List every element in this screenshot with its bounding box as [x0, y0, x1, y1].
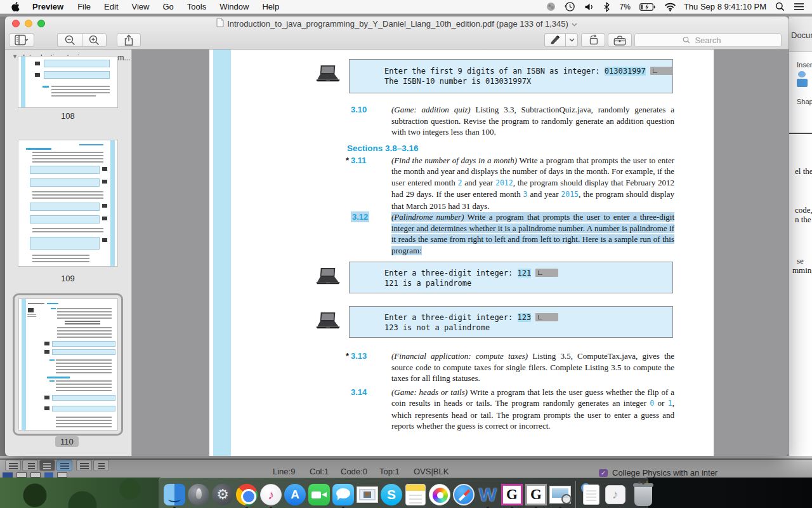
thumb-decoration: [47, 377, 70, 378]
battery-charging-icon[interactable]: [639, 3, 655, 11]
view-mode-page-button[interactable]: [56, 460, 72, 471]
view-mode-bookmarks-button[interactable]: [93, 460, 109, 471]
dock-icon-photos[interactable]: [428, 483, 452, 507]
time-machine-icon[interactable]: [565, 1, 575, 12]
view-mode-thumbnail-button[interactable]: [39, 460, 55, 471]
dock-icon-messages[interactable]: [331, 483, 355, 507]
outline-icon: [28, 463, 35, 464]
mail-stamp-icon: [357, 486, 378, 503]
wifi-icon[interactable]: [664, 3, 676, 11]
thumb-decoration: [49, 359, 55, 361]
g-letter-icon: [525, 484, 547, 505]
notification-center-icon[interactable]: [794, 3, 804, 11]
thumb-decoration: [44, 60, 110, 67]
pdf-view-area[interactable]: Enter the first 9 digits of an ISBN as i…: [132, 50, 789, 456]
toolbar-search-field[interactable]: [634, 33, 782, 47]
thumb-decoration: [30, 203, 100, 211]
apple-menu-icon[interactable]: [11, 2, 20, 11]
trash-icon: [634, 483, 652, 506]
thumbnail-label-selected: 110: [55, 436, 79, 447]
dock-icon-chrome[interactable]: [235, 483, 259, 507]
dock-icon-skype[interactable]: [379, 483, 403, 507]
dock-icons: [162, 481, 655, 508]
chevron-down-icon[interactable]: [572, 19, 577, 29]
dock-icon-itunes[interactable]: [259, 483, 283, 507]
exercise-text: (Financial application: compute taxes) L…: [391, 351, 674, 384]
window-header[interactable]: Introduction_to_java_programming_by_Y_Da…: [5, 17, 789, 50]
view-mode-list-button[interactable]: [5, 460, 21, 471]
thumb-decoration: [102, 238, 107, 242]
dock-divider: [575, 481, 576, 508]
thumb-decoration: [102, 180, 107, 184]
pdf-page: Enter the first 9 digits of an ISBN as i…: [209, 50, 714, 456]
exercise-number: 3.14: [351, 387, 391, 432]
star: *: [346, 156, 349, 165]
menu-view[interactable]: View: [132, 2, 150, 11]
markup-pen-button[interactable]: [544, 33, 565, 47]
dock-icon-music-folder[interactable]: [603, 483, 627, 507]
menu-window[interactable]: Window: [219, 2, 249, 11]
thumb-decoration: [35, 62, 40, 65]
background-fragment: Shape: [797, 98, 812, 105]
dock-icon-launchpad[interactable]: [187, 483, 211, 507]
music-note-icon: [260, 484, 282, 505]
app-menu-preview[interactable]: Preview: [32, 2, 63, 11]
skype-icon: [381, 484, 402, 505]
search-input[interactable]: [635, 34, 781, 46]
thumb-decoration: [51, 86, 110, 87]
dock-icon-mail[interactable]: [355, 483, 379, 507]
view-mode-contact-sheet-button[interactable]: [76, 460, 92, 471]
exercise-3-13: *3.13 (Financial application: compute ta…: [351, 351, 674, 384]
menu-file[interactable]: File: [77, 2, 91, 11]
checkbox-icon[interactable]: ✓: [599, 469, 608, 477]
thumb-decoration: [52, 349, 115, 355]
notepad-icon: [405, 484, 426, 505]
thumbnail-page-108[interactable]: [18, 56, 118, 108]
music-folder-icon: [605, 485, 625, 504]
dock-icon-preview[interactable]: [548, 483, 572, 507]
dock-icon-facetime[interactable]: [307, 483, 331, 507]
thumb-decoration: [102, 217, 107, 220]
dock-icon-documents[interactable]: [579, 483, 603, 507]
dock-icon-g-app-gray[interactable]: [524, 483, 548, 507]
dock-icon-g-app-magenta[interactable]: [500, 483, 524, 507]
share-button[interactable]: [117, 33, 141, 47]
dock-icon-system-preferences[interactable]: [211, 483, 235, 507]
menu-help[interactable]: Help: [262, 2, 279, 11]
thumb-decoration: [44, 396, 49, 399]
rotate-button[interactable]: [581, 33, 605, 47]
menu-bar-clock[interactable]: Thu Sep 8 9:41:10 PM: [684, 2, 766, 11]
status-col: Col:1: [310, 467, 329, 476]
background-fragment: n the: [795, 215, 811, 225]
sample-run-123: Enter a three-digit integer: 123 123 is …: [349, 306, 673, 338]
volume-icon[interactable]: [584, 3, 594, 11]
dock-icon-notes[interactable]: [403, 483, 428, 507]
dock-icon-finder[interactable]: [162, 483, 187, 507]
menu-tools[interactable]: Tools: [187, 2, 206, 11]
thumb-decoration: [56, 359, 112, 361]
sidebar-toggle-button[interactable]: [9, 33, 34, 47]
dock-icon-word[interactable]: [476, 483, 500, 507]
thumbnail-page-109[interactable]: [18, 140, 118, 267]
menu-go[interactable]: Go: [162, 2, 173, 11]
dock-icon-safari[interactable]: [452, 483, 476, 507]
markup-toolbox-button[interactable]: [608, 33, 632, 47]
zoom-in-button[interactable]: [82, 33, 107, 47]
view-mode-outline-button[interactable]: [22, 460, 38, 471]
user-switch-icon[interactable]: [546, 2, 556, 11]
bluetooth-icon[interactable]: [603, 2, 610, 12]
app-store-icon: [284, 484, 306, 505]
menu-edit[interactable]: Edit: [104, 2, 118, 11]
thumbnail-label: 109: [5, 274, 131, 283]
taskbar-fragment: [57, 472, 67, 478]
list-icon: [9, 463, 18, 464]
spotlight-search-icon[interactable]: [775, 2, 785, 11]
thumbnail-page-110[interactable]: [18, 298, 118, 431]
star: *: [346, 351, 349, 361]
markup-pen-dropdown[interactable]: [565, 33, 578, 47]
page-margin-bar: [213, 50, 231, 456]
bookmarks-icon: [98, 463, 105, 464]
dock-icon-trash[interactable]: [631, 483, 655, 507]
zoom-out-button[interactable]: [57, 33, 82, 47]
dock-icon-app-store[interactable]: [283, 483, 307, 507]
